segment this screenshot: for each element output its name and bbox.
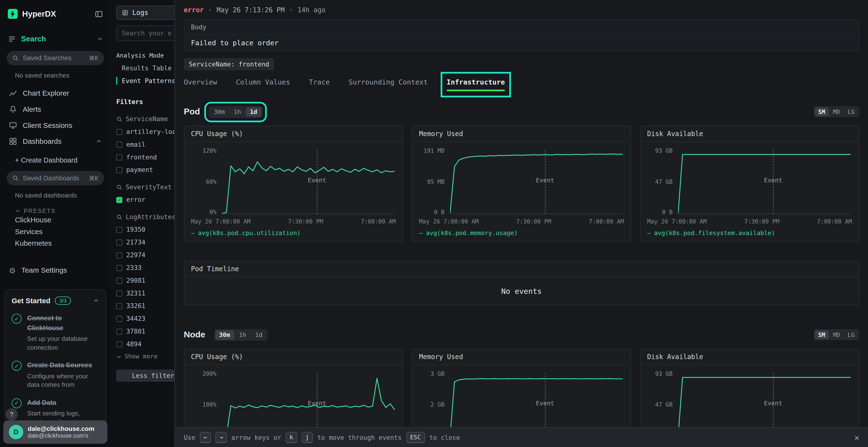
preset-kubernetes[interactable]: Kubernetes: [0, 237, 111, 249]
tab-infrastructure[interactable]: Infrastructure: [446, 78, 505, 91]
search-section-label: Search: [21, 35, 92, 43]
checkbox[interactable]: [116, 129, 122, 135]
range-button-1d[interactable]: 1d: [251, 330, 267, 339]
size-button-md[interactable]: MD: [830, 330, 843, 339]
chevron-up-icon[interactable]: [96, 138, 102, 144]
checkbox[interactable]: ✓: [116, 197, 122, 203]
filter-value-row[interactable]: artillery-loa: [116, 128, 174, 136]
checkbox[interactable]: [116, 328, 122, 334]
filter-value-row[interactable]: 2333: [116, 264, 174, 272]
checkbox[interactable]: [116, 141, 122, 147]
j-key-icon: j: [302, 432, 313, 443]
saved-dashboards-input[interactable]: Saved Dashboards ⌘K: [7, 171, 104, 185]
filter-value-row[interactable]: 32311: [116, 289, 174, 297]
checkbox[interactable]: [116, 265, 122, 271]
legend-label: avg(k8s.pod.memory.usage): [426, 230, 518, 237]
filter-value-row[interactable]: 37801: [116, 328, 174, 335]
range-button-1h[interactable]: 1h: [230, 107, 245, 116]
size-button-lg[interactable]: LG: [844, 107, 858, 116]
service-name-tag[interactable]: ServiceName: frontend: [184, 58, 274, 70]
filter-value-row[interactable]: 34423: [116, 315, 174, 322]
checkbox[interactable]: [116, 167, 122, 173]
get-started-item[interactable]: ✓ Connect to ClickHouse Set up your data…: [11, 313, 99, 352]
checkbox[interactable]: [116, 154, 122, 160]
filter-value-row[interactable]: 21734: [116, 238, 174, 246]
filter-value-row[interactable]: frontend: [116, 153, 174, 161]
less-filters-button[interactable]: Less filters: [116, 370, 174, 382]
user-account-button[interactable]: D dale@clickhouse.com dale@clickhouse.co…: [3, 420, 107, 444]
checkbox[interactable]: [116, 252, 122, 258]
size-button-sm[interactable]: SM: [815, 107, 829, 116]
size-button-md[interactable]: MD: [830, 107, 843, 116]
chevron-up-icon[interactable]: [93, 298, 99, 304]
event-label: Event: [536, 400, 554, 407]
filter-value-row[interactable]: 19350: [116, 226, 174, 233]
logo-row: HyperDX: [0, 0, 111, 19]
filter-group-header[interactable]: LogAttributes: [116, 213, 174, 220]
checkbox[interactable]: [116, 239, 122, 245]
section-header: Pod30m1h1dSMMDLG: [184, 105, 859, 119]
chart-card: Memory Used191 MB95 MB0 BEventMay 26 7:0…: [412, 126, 631, 242]
sidebar-item-chart-explorer[interactable]: Chart Explorer: [0, 85, 111, 101]
chart-size-selector: SMMDLG: [814, 329, 859, 340]
tab-trace[interactable]: Trace: [309, 78, 330, 91]
time-range-selector: 30m1h1d: [209, 106, 262, 117]
filters-header: Filters: [116, 98, 174, 106]
source-selector-button[interactable]: Logs: [116, 5, 174, 20]
analysis-mode-event-patterns[interactable]: Event Patterns: [116, 77, 174, 84]
filter-value-row[interactable]: 4894: [116, 340, 174, 348]
range-button-1h[interactable]: 1h: [235, 330, 250, 339]
checkbox[interactable]: [116, 303, 122, 309]
progress-badge: 3/3: [55, 297, 71, 305]
checkbox[interactable]: [116, 227, 122, 233]
get-started-item[interactable]: ✓ Create Data Sources Configure where yo…: [11, 360, 99, 389]
range-button-1d[interactable]: 1d: [246, 107, 261, 116]
user-org: dale@clickhouse.com's: [28, 432, 94, 439]
presets-label-text: PRESETS: [24, 207, 56, 214]
range-button-30m[interactable]: 30m: [210, 107, 229, 116]
filter-value-row[interactable]: 29081: [116, 277, 174, 284]
get-started-header[interactable]: Get Started 3/3: [11, 297, 99, 305]
tab-overview[interactable]: Overview: [184, 78, 217, 91]
sidebar-item-team-settings[interactable]: ⚙ Team Settings: [0, 262, 111, 278]
filter-group-header[interactable]: ServiceName: [116, 115, 174, 123]
sidebar-section-search[interactable]: Search: [0, 31, 111, 46]
sidebar-item-client-sessions[interactable]: Client Sessions: [0, 117, 111, 133]
event-search-input[interactable]: Search your e: [116, 26, 174, 41]
sidebar-item-dashboards[interactable]: Dashboards: [0, 133, 111, 149]
search-filters-panel: Logs Search your e Analysis Mode Results…: [111, 0, 174, 447]
chevron-up-icon[interactable]: [97, 36, 103, 42]
x-axis-tick: May 26 7:00:00 AM: [191, 218, 250, 225]
preset-clickhouse[interactable]: ClickHouse: [0, 214, 111, 226]
saved-searches-input[interactable]: Saved Searches ⌘K: [7, 51, 104, 65]
filter-value-row[interactable]: 33261: [116, 302, 174, 310]
checkbox[interactable]: [116, 341, 122, 347]
filter-value-label: 2333: [126, 264, 142, 272]
presets-header[interactable]: PRESETS: [15, 207, 111, 214]
filter-value-row[interactable]: ✓error: [116, 196, 174, 204]
filter-group: ServiceNameartillery-loaemailfrontendpay…: [116, 115, 174, 174]
filter-group-header[interactable]: SeverityText: [116, 183, 174, 191]
tab-column-values[interactable]: Column Values: [236, 78, 290, 91]
checkbox[interactable]: [116, 277, 122, 283]
checkbox[interactable]: [116, 290, 122, 296]
close-icon[interactable]: ✕: [855, 433, 859, 442]
analysis-mode-results-table[interactable]: Results Table: [116, 64, 174, 72]
get-started-item-subtitle: Set up your database connection: [27, 335, 99, 352]
analysis-mode-label: Analysis Mode: [116, 52, 174, 59]
tab-surrounding-context[interactable]: Surrounding Context: [349, 78, 428, 91]
show-more-button[interactable]: Show more: [116, 353, 174, 360]
help-button[interactable]: ?: [5, 408, 18, 420]
collapse-sidebar-icon[interactable]: [95, 10, 103, 18]
range-button-30m[interactable]: 30m: [215, 330, 234, 339]
sidebar-item-alerts[interactable]: Alerts: [0, 101, 111, 117]
preset-services[interactable]: Services: [0, 226, 111, 237]
size-button-sm[interactable]: SM: [815, 330, 829, 339]
size-button-lg[interactable]: LG: [844, 330, 858, 339]
create-dashboard-button[interactable]: + Create Dashboard: [0, 157, 111, 166]
checkbox[interactable]: [116, 315, 122, 321]
filter-value-row[interactable]: 22974: [116, 251, 174, 259]
event-detail-panel: error · May 26 7:13:26 PM · 14h ago Body…: [174, 0, 868, 447]
filter-value-row[interactable]: payment: [116, 166, 174, 174]
filter-value-row[interactable]: email: [116, 140, 174, 148]
